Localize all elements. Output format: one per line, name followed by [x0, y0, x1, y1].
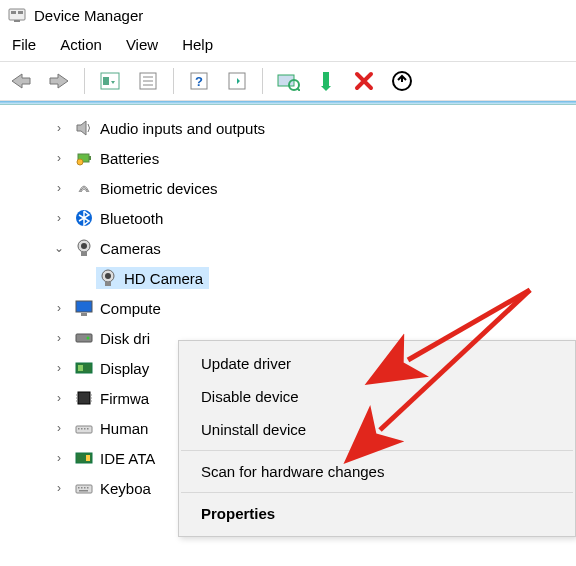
svg-rect-3	[14, 20, 20, 22]
tree-node-batteries[interactable]: › Batteries	[0, 143, 576, 173]
menu-view[interactable]: View	[126, 36, 158, 53]
tree-node-label: Compute	[100, 300, 161, 317]
chevron-right-icon: ›	[52, 181, 66, 195]
svg-rect-45	[87, 428, 89, 430]
tree-node-biometric[interactable]: › Biometric devices	[0, 173, 576, 203]
window-title: Device Manager	[34, 7, 143, 24]
help-button[interactable]: ?	[184, 66, 214, 96]
monitor-icon	[74, 298, 94, 318]
scan-hardware-button[interactable]	[222, 66, 252, 96]
context-menu-divider	[181, 450, 573, 451]
svg-rect-33	[78, 365, 83, 371]
tree-node-label: Bluetooth	[100, 210, 163, 227]
update-driver-button[interactable]	[273, 66, 303, 96]
chevron-right-icon: ›	[52, 331, 66, 345]
svg-rect-5	[103, 77, 109, 85]
svg-point-31	[87, 337, 90, 340]
tree-node-label: Batteries	[100, 150, 159, 167]
chevron-right-icon: ›	[52, 151, 66, 165]
chevron-right-icon: ›	[52, 211, 66, 225]
disable-device-button[interactable]	[387, 66, 417, 96]
controller-icon	[74, 448, 94, 468]
window-titlebar: Device Manager	[0, 0, 576, 30]
chevron-right-icon: ›	[52, 451, 66, 465]
menu-file[interactable]: File	[12, 36, 36, 53]
context-menu-scan-hardware[interactable]: Scan for hardware changes	[179, 455, 575, 488]
camera-icon	[74, 238, 94, 258]
svg-rect-42	[78, 428, 80, 430]
svg-rect-52	[87, 487, 89, 489]
chevron-down-icon: ⌄	[52, 241, 66, 255]
chevron-right-icon: ›	[52, 421, 66, 435]
svg-line-15	[297, 88, 300, 91]
tree-node-audio[interactable]: › Audio inputs and outputs	[0, 113, 576, 143]
properties-button[interactable]	[133, 66, 163, 96]
hid-icon	[74, 418, 94, 438]
tree-node-bluetooth[interactable]: › Bluetooth	[0, 203, 576, 233]
chevron-right-icon: ›	[52, 481, 66, 495]
toolbar-separator	[173, 68, 174, 94]
chevron-right-icon: ›	[52, 391, 66, 405]
svg-rect-2	[18, 11, 23, 14]
camera-icon	[98, 268, 118, 288]
chip-icon	[74, 388, 94, 408]
context-menu-disable-device[interactable]: Disable device	[179, 380, 575, 413]
forward-button[interactable]	[44, 66, 74, 96]
svg-text:?: ?	[195, 74, 203, 89]
svg-rect-51	[84, 487, 86, 489]
context-menu-properties[interactable]: Properties	[179, 497, 575, 530]
device-manager-icon	[8, 6, 26, 24]
context-menu-divider	[181, 492, 573, 493]
context-menu-update-driver[interactable]: Update driver	[179, 347, 575, 380]
svg-rect-1	[11, 11, 16, 14]
tree-node-label: Display	[100, 360, 149, 377]
tree-node-computer[interactable]: › Compute	[0, 293, 576, 323]
chevron-right-icon: ›	[52, 361, 66, 375]
tree-node-label: Disk dri	[100, 330, 150, 347]
enable-device-button[interactable]	[311, 66, 341, 96]
tree-node-label: Human	[100, 420, 148, 437]
fingerprint-icon	[74, 178, 94, 198]
tree-node-label: Biometric devices	[100, 180, 218, 197]
context-menu: Update driver Disable device Uninstall d…	[178, 340, 576, 537]
svg-rect-0	[9, 9, 25, 20]
toolbar-separator	[84, 68, 85, 94]
tree-node-label: IDE ATA	[100, 450, 155, 467]
speaker-icon	[74, 118, 94, 138]
svg-rect-19	[89, 156, 91, 160]
display-adapter-icon	[74, 358, 94, 378]
svg-point-26	[105, 273, 111, 279]
uninstall-device-button[interactable]	[349, 66, 379, 96]
toolbar-separator	[262, 68, 263, 94]
tree-node-label: Keyboa	[100, 480, 151, 497]
keyboard-icon	[74, 478, 94, 498]
bluetooth-icon	[74, 208, 94, 228]
svg-point-23	[81, 243, 87, 249]
svg-rect-44	[84, 428, 86, 430]
tree-node-hd-camera[interactable]: HD Camera	[0, 263, 576, 293]
disk-icon	[74, 328, 94, 348]
svg-rect-16	[323, 72, 329, 86]
tree-node-label: Cameras	[100, 240, 161, 257]
svg-rect-48	[76, 485, 92, 493]
svg-rect-34	[78, 392, 90, 404]
svg-rect-47	[86, 455, 90, 461]
chevron-right-icon: ›	[52, 121, 66, 135]
svg-rect-27	[105, 282, 111, 286]
svg-rect-49	[78, 487, 80, 489]
tree-node-cameras[interactable]: ⌄ Cameras	[0, 233, 576, 263]
tree-node-label: Firmwa	[100, 390, 149, 407]
context-menu-uninstall-device[interactable]: Uninstall device	[179, 413, 575, 446]
battery-icon	[74, 148, 94, 168]
svg-rect-24	[81, 252, 87, 256]
show-hide-console-tree-button[interactable]	[95, 66, 125, 96]
tree-node-label: Audio inputs and outputs	[100, 120, 265, 137]
menu-action[interactable]: Action	[60, 36, 102, 53]
menu-help[interactable]: Help	[182, 36, 213, 53]
svg-rect-50	[81, 487, 83, 489]
tree-node-label: HD Camera	[124, 270, 203, 287]
chevron-right-icon: ›	[52, 301, 66, 315]
svg-point-20	[77, 159, 83, 165]
back-button[interactable]	[6, 66, 36, 96]
toolbar: ?	[0, 61, 576, 101]
